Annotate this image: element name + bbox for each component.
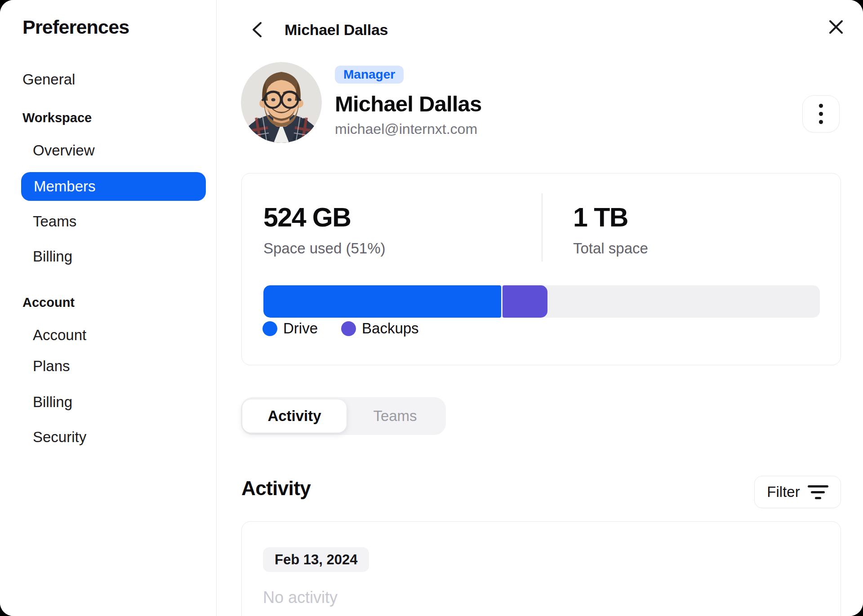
sidebar-item-overview[interactable]: Overview bbox=[33, 142, 95, 160]
usage-bar-backups bbox=[503, 285, 547, 318]
chevron-left-icon bbox=[251, 21, 263, 38]
sidebar-section-workspace: Workspace bbox=[22, 110, 92, 126]
activity-heading: Activity bbox=[241, 477, 311, 500]
legend-backups-label: Backups bbox=[362, 320, 419, 337]
tab-activity[interactable]: Activity bbox=[242, 399, 347, 433]
preferences-window: Preferences General Workspace Overview M… bbox=[0, 0, 863, 616]
detail-title: Michael Dallas bbox=[285, 21, 388, 39]
backups-dot-icon bbox=[341, 321, 356, 336]
filter-icon bbox=[808, 485, 828, 499]
sidebar-item-billing-account[interactable]: Billing bbox=[33, 393, 72, 411]
tab-teams[interactable]: Teams bbox=[347, 399, 443, 433]
sidebar-item-account[interactable]: Account bbox=[33, 326, 86, 344]
usage-bar-drive bbox=[263, 285, 501, 318]
page-title: Preferences bbox=[22, 16, 129, 38]
empty-activity-text: No activity bbox=[263, 588, 338, 607]
sidebar: Preferences General Workspace Overview M… bbox=[0, 0, 217, 616]
filter-button[interactable]: Filter bbox=[754, 476, 841, 508]
member-name: Michael Dallas bbox=[335, 91, 482, 116]
sidebar-item-security[interactable]: Security bbox=[33, 428, 86, 446]
filter-button-label: Filter bbox=[767, 483, 800, 501]
close-icon bbox=[827, 18, 845, 35]
member-options-button[interactable] bbox=[802, 95, 840, 133]
sidebar-section-account: Account bbox=[22, 294, 75, 310]
usage-progress-bar bbox=[263, 285, 820, 318]
stat-divider bbox=[542, 193, 543, 261]
member-email: michael@internxt.com bbox=[335, 121, 477, 137]
sidebar-item-plans[interactable]: Plans bbox=[33, 357, 70, 375]
drive-dot-icon bbox=[262, 321, 277, 336]
avatar-photo bbox=[241, 62, 322, 143]
sidebar-item-teams[interactable]: Teams bbox=[33, 213, 76, 230]
avatar bbox=[241, 62, 322, 143]
space-used-label: Space used (51%) bbox=[263, 240, 386, 257]
usage-legend: Drive Backups bbox=[262, 320, 419, 337]
space-used-value: 524 GB bbox=[263, 202, 351, 233]
role-badge: Manager bbox=[335, 66, 404, 84]
sidebar-item-general[interactable]: General bbox=[22, 71, 75, 89]
legend-item-drive: Drive bbox=[262, 320, 318, 337]
legend-item-backups: Backups bbox=[341, 320, 419, 337]
back-button[interactable] bbox=[248, 21, 266, 39]
total-space-label: Total space bbox=[573, 240, 648, 257]
date-badge: Feb 13, 2024 bbox=[263, 547, 369, 572]
kebab-menu-icon bbox=[819, 104, 823, 124]
member-detail-panel: Michael Dallas bbox=[217, 0, 863, 616]
close-button[interactable] bbox=[826, 17, 846, 37]
sidebar-item-members[interactable]: Members bbox=[21, 172, 206, 201]
legend-drive-label: Drive bbox=[283, 320, 318, 337]
detail-tabs: Activity Teams bbox=[241, 397, 446, 435]
total-space-value: 1 TB bbox=[573, 202, 628, 233]
activity-card: Feb 13, 2024 No activity bbox=[241, 521, 841, 616]
sidebar-item-billing-workspace[interactable]: Billing bbox=[33, 248, 72, 266]
storage-usage-card: 524 GB Space used (51%) 1 TB Total space… bbox=[241, 173, 841, 365]
